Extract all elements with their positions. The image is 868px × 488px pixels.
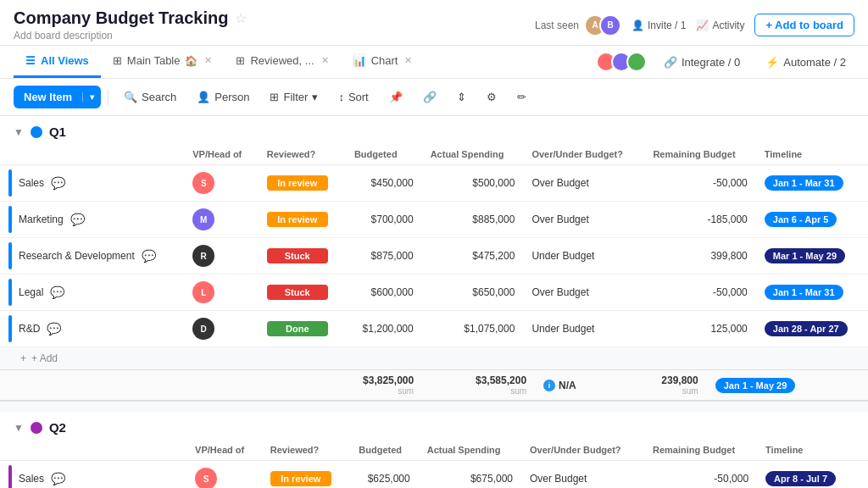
status-badge[interactable]: Done: [267, 321, 328, 336]
q2-col-header-over: Over/Under Budget?: [521, 440, 644, 461]
search-button[interactable]: 🔍 Search: [115, 86, 185, 108]
chat-icon[interactable]: 💬: [51, 176, 65, 190]
group-q1-dot: [31, 126, 42, 138]
chat-icon[interactable]: 💬: [142, 249, 156, 263]
chat-icon[interactable]: 💬: [70, 213, 85, 226]
row-remaining: -50,000: [644, 165, 755, 202]
group-q2-toggle[interactable]: ▼: [14, 422, 24, 434]
col-header-remaining: Remaining Budget: [644, 144, 755, 165]
edit-icon: ✏: [517, 91, 526, 103]
vp-avatar[interactable]: M: [192, 208, 214, 230]
person-icon: 👤: [632, 19, 644, 31]
sort-button[interactable]: ↕ Sort: [330, 86, 376, 108]
reviewed-close-icon[interactable]: ✕: [321, 55, 329, 66]
vp-avatar[interactable]: R: [192, 245, 214, 267]
q1-summary-timeline: Jan 1 - May 29: [707, 370, 868, 402]
header-title-row: Company Budget Tracking ☆: [14, 8, 247, 28]
table-row: R&D 💬 D Done $1,200,000 $1,075,000 Under…: [0, 311, 868, 347]
edit-button[interactable]: ✏: [509, 86, 535, 108]
filter-icon: ⊞: [270, 91, 279, 103]
activity-button[interactable]: 📈 Activity: [696, 19, 744, 31]
status-badge[interactable]: Stuck: [267, 248, 328, 263]
chat-icon[interactable]: 💬: [47, 322, 61, 336]
chart-close-icon[interactable]: ✕: [404, 55, 412, 66]
toolbar-separator-1: [108, 89, 108, 106]
filter-button[interactable]: ⊞ Filter ▾: [261, 86, 326, 108]
status-badge[interactable]: In review: [270, 471, 331, 486]
row-reviewed: In review: [262, 461, 351, 489]
person-filter-icon: 👤: [197, 91, 210, 103]
tab-main-table-label: Main Table: [127, 54, 181, 67]
row-remaining: 399,800: [644, 238, 755, 274]
row-actual: $1,075,000: [422, 311, 524, 347]
tab-chart[interactable]: 📊 Chart ✕: [341, 46, 425, 78]
row-timeline: Jan 1 - Mar 31: [756, 165, 868, 202]
vp-avatar[interactable]: S: [192, 172, 214, 194]
tab-reviewed[interactable]: ⊞ Reviewed, ... ✕: [224, 46, 340, 78]
q2-col-header-vp: VP/Head of: [186, 440, 262, 461]
timeline-badge: Jan 28 - Apr 27: [765, 321, 848, 336]
group-q2-dot: [31, 422, 42, 434]
row-name: Research & Development: [19, 250, 135, 262]
q2-col-header-name: [0, 440, 186, 461]
row-remaining: -50,000: [644, 461, 757, 489]
row-remaining: -185,000: [644, 202, 755, 238]
row-vp: L: [184, 274, 259, 311]
person-label: Person: [214, 91, 249, 103]
vp-avatar[interactable]: S: [195, 468, 217, 488]
q1-summary-over: i N/A: [535, 370, 617, 402]
filter-label: Filter: [283, 91, 308, 103]
group-q1-toggle[interactable]: ▼: [14, 126, 24, 138]
row-indicator: [8, 279, 12, 306]
row-indicator: [8, 315, 12, 342]
board-description[interactable]: Add board description: [14, 30, 247, 42]
row-actual: $650,000: [422, 274, 524, 311]
sort-icon: ↕: [338, 91, 344, 103]
q1-summary-reviewed: [281, 370, 309, 402]
row-indicator: [8, 206, 12, 233]
q1-add-icon: +: [20, 352, 26, 364]
q2-table-header-row: VP/Head of Reviewed? Budgeted Actual Spe…: [0, 440, 868, 461]
settings-button[interactable]: ⚙: [478, 86, 505, 108]
q1-add-row[interactable]: + + Add: [0, 347, 868, 369]
pin-icon: 📌: [389, 91, 403, 103]
vp-avatar[interactable]: L: [192, 281, 214, 303]
status-badge[interactable]: In review: [267, 212, 328, 227]
row-budgeted: $875,000: [346, 238, 422, 274]
info-icon: i: [543, 380, 555, 391]
integrate-icon: 🔗: [664, 56, 677, 69]
row-budgeted: $1,200,000: [346, 311, 422, 347]
timeline-badge: Apr 8 - Jul 7: [765, 471, 836, 486]
chat-icon[interactable]: 💬: [51, 472, 65, 485]
row-budgeted: $625,000: [350, 461, 418, 489]
table-row: Sales 💬 S In review $625,000 $675,000 Ov…: [0, 461, 868, 489]
toolbar: New Item ▾ 🔍 Search 👤 Person ⊞ Filter ▾ …: [0, 79, 868, 116]
row-budgeted: $450,000: [346, 165, 422, 202]
new-item-button[interactable]: New Item ▾: [14, 86, 101, 108]
row-reviewed: In review: [259, 165, 346, 202]
col-header-vp: VP/Head of: [184, 144, 259, 165]
pin-button[interactable]: 📌: [381, 86, 411, 108]
main-table-icon: ⊞: [113, 54, 122, 67]
automate-button[interactable]: ⚡ Automate / 2: [757, 52, 854, 73]
row-reviewed: Stuck: [259, 274, 346, 311]
tab-main-table[interactable]: ⊞ Main Table 🏠 ✕: [101, 46, 225, 78]
expand-button[interactable]: ⇕: [448, 86, 475, 108]
invite-button[interactable]: 👤 Invite / 1: [632, 19, 686, 31]
q2-col-header-remaining: Remaining Budget: [644, 440, 757, 461]
tab-all-views[interactable]: ☰ All Views: [14, 46, 101, 78]
status-badge[interactable]: In review: [267, 175, 328, 191]
chat-icon[interactable]: 💬: [50, 286, 64, 299]
link-button[interactable]: 🔗: [415, 86, 445, 108]
new-item-dropdown-icon[interactable]: ▾: [82, 92, 101, 102]
status-badge[interactable]: Stuck: [267, 285, 328, 300]
star-icon[interactable]: ☆: [235, 10, 247, 26]
page-title: Company Budget Tracking: [14, 8, 228, 28]
vp-avatar[interactable]: D: [192, 318, 214, 340]
integrate-button[interactable]: 🔗 Integrate / 0: [655, 52, 748, 73]
add-to-board-button[interactable]: + Add to board: [754, 14, 854, 36]
person-button[interactable]: 👤 Person: [188, 86, 258, 108]
main-table-close-icon[interactable]: ✕: [204, 55, 212, 66]
row-actual: $500,000: [422, 165, 524, 202]
chart-icon: 📊: [353, 54, 366, 67]
